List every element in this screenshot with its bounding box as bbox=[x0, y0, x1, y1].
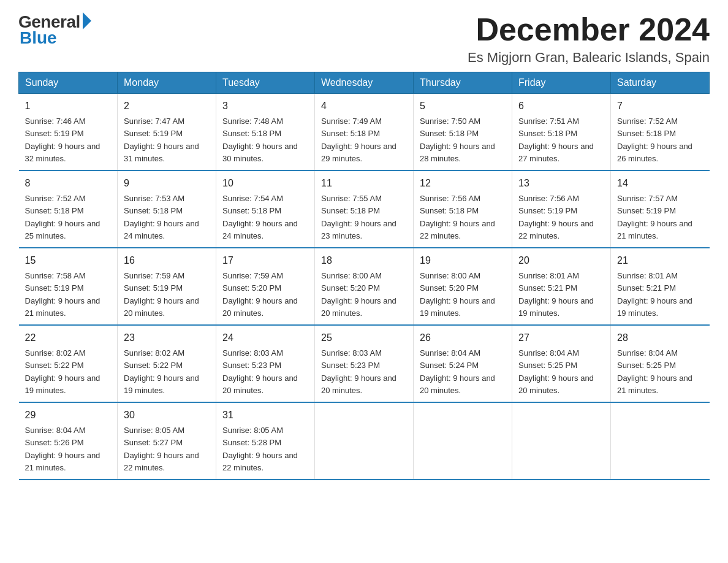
day-info: Sunrise: 8:00 AMSunset: 5:20 PMDaylight:… bbox=[420, 271, 495, 318]
table-row: 15 Sunrise: 7:58 AMSunset: 5:19 PMDaylig… bbox=[19, 248, 118, 325]
table-row: 21 Sunrise: 8:01 AMSunset: 5:21 PMDaylig… bbox=[611, 248, 710, 325]
day-info: Sunrise: 8:04 AMSunset: 5:25 PMDaylight:… bbox=[617, 348, 692, 395]
table-row: 17 Sunrise: 7:59 AMSunset: 5:20 PMDaylig… bbox=[216, 248, 315, 325]
day-info: Sunrise: 8:05 AMSunset: 5:27 PMDaylight:… bbox=[124, 426, 199, 472]
day-number: 15 bbox=[25, 253, 112, 268]
table-row bbox=[512, 402, 611, 480]
table-row: 18 Sunrise: 8:00 AMSunset: 5:20 PMDaylig… bbox=[315, 248, 414, 325]
table-row: 7 Sunrise: 7:52 AMSunset: 5:18 PMDayligh… bbox=[611, 94, 710, 171]
table-row: 8 Sunrise: 7:52 AMSunset: 5:18 PMDayligh… bbox=[19, 170, 118, 248]
table-row: 14 Sunrise: 7:57 AMSunset: 5:19 PMDaylig… bbox=[611, 170, 710, 248]
day-info: Sunrise: 7:54 AMSunset: 5:18 PMDaylight:… bbox=[222, 194, 298, 240]
title-area: December 2024 Es Migjorn Gran, Balearic … bbox=[468, 12, 710, 66]
table-row: 13 Sunrise: 7:56 AMSunset: 5:19 PMDaylig… bbox=[512, 170, 611, 248]
header-sunday: Sunday bbox=[19, 72, 118, 94]
day-info: Sunrise: 7:52 AMSunset: 5:18 PMDaylight:… bbox=[25, 194, 100, 240]
logo-triangle-icon bbox=[83, 12, 91, 29]
day-number: 9 bbox=[124, 176, 210, 191]
day-info: Sunrise: 8:02 AMSunset: 5:22 PMDaylight:… bbox=[124, 348, 199, 395]
day-info: Sunrise: 7:59 AMSunset: 5:19 PMDaylight:… bbox=[124, 271, 199, 318]
day-number: 14 bbox=[617, 176, 703, 191]
table-row: 27 Sunrise: 8:04 AMSunset: 5:25 PMDaylig… bbox=[512, 325, 611, 402]
calendar-table: Sunday Monday Tuesday Wednesday Thursday… bbox=[18, 72, 710, 480]
day-info: Sunrise: 7:56 AMSunset: 5:18 PMDaylight:… bbox=[420, 194, 495, 240]
table-row: 1 Sunrise: 7:46 AMSunset: 5:19 PMDayligh… bbox=[19, 94, 118, 171]
day-info: Sunrise: 8:00 AMSunset: 5:20 PMDaylight:… bbox=[321, 271, 396, 318]
day-info: Sunrise: 7:49 AMSunset: 5:18 PMDaylight:… bbox=[321, 117, 396, 163]
calendar-header-row: Sunday Monday Tuesday Wednesday Thursday… bbox=[19, 72, 710, 94]
table-row: 29 Sunrise: 8:04 AMSunset: 5:26 PMDaylig… bbox=[19, 402, 118, 480]
day-info: Sunrise: 8:02 AMSunset: 5:22 PMDaylight:… bbox=[25, 348, 100, 395]
header-tuesday: Tuesday bbox=[216, 72, 315, 94]
day-info: Sunrise: 7:53 AMSunset: 5:18 PMDaylight:… bbox=[124, 194, 199, 240]
table-row: 28 Sunrise: 8:04 AMSunset: 5:25 PMDaylig… bbox=[611, 325, 710, 402]
day-info: Sunrise: 7:50 AMSunset: 5:18 PMDaylight:… bbox=[420, 117, 495, 163]
day-info: Sunrise: 8:04 AMSunset: 5:25 PMDaylight:… bbox=[518, 348, 594, 395]
header-thursday: Thursday bbox=[414, 72, 512, 94]
day-number: 23 bbox=[124, 331, 210, 345]
header-wednesday: Wednesday bbox=[315, 72, 414, 94]
day-number: 11 bbox=[321, 176, 407, 191]
table-row: 23 Sunrise: 8:02 AMSunset: 5:22 PMDaylig… bbox=[118, 325, 216, 402]
day-number: 13 bbox=[518, 176, 604, 191]
day-info: Sunrise: 8:03 AMSunset: 5:23 PMDaylight:… bbox=[222, 348, 298, 395]
day-number: 31 bbox=[222, 408, 308, 423]
day-number: 20 bbox=[518, 253, 604, 268]
day-number: 25 bbox=[321, 331, 407, 345]
month-year-title: December 2024 bbox=[468, 12, 710, 47]
table-row: 5 Sunrise: 7:50 AMSunset: 5:18 PMDayligh… bbox=[414, 94, 512, 171]
header-friday: Friday bbox=[512, 72, 611, 94]
day-info: Sunrise: 7:48 AMSunset: 5:18 PMDaylight:… bbox=[222, 117, 298, 163]
day-info: Sunrise: 7:47 AMSunset: 5:19 PMDaylight:… bbox=[124, 117, 199, 163]
table-row: 6 Sunrise: 7:51 AMSunset: 5:18 PMDayligh… bbox=[512, 94, 611, 171]
table-row: 31 Sunrise: 8:05 AMSunset: 5:28 PMDaylig… bbox=[216, 402, 315, 480]
day-info: Sunrise: 7:59 AMSunset: 5:20 PMDaylight:… bbox=[222, 271, 298, 318]
table-row: 4 Sunrise: 7:49 AMSunset: 5:18 PMDayligh… bbox=[315, 94, 414, 171]
logo: General Blue bbox=[18, 12, 91, 48]
day-number: 21 bbox=[617, 253, 703, 268]
calendar-week-row: 8 Sunrise: 7:52 AMSunset: 5:18 PMDayligh… bbox=[19, 170, 710, 248]
day-number: 5 bbox=[420, 99, 506, 113]
day-info: Sunrise: 7:56 AMSunset: 5:19 PMDaylight:… bbox=[518, 194, 594, 240]
day-number: 28 bbox=[617, 331, 703, 345]
day-number: 17 bbox=[222, 253, 308, 268]
day-number: 3 bbox=[222, 99, 308, 113]
day-number: 6 bbox=[518, 99, 604, 113]
day-number: 8 bbox=[25, 176, 112, 191]
header: General Blue December 2024 Es Migjorn Gr… bbox=[18, 12, 710, 66]
table-row bbox=[315, 402, 414, 480]
day-info: Sunrise: 7:51 AMSunset: 5:18 PMDaylight:… bbox=[518, 117, 594, 163]
day-info: Sunrise: 8:01 AMSunset: 5:21 PMDaylight:… bbox=[518, 271, 594, 318]
day-info: Sunrise: 7:46 AMSunset: 5:19 PMDaylight:… bbox=[25, 117, 100, 163]
day-number: 29 bbox=[25, 408, 112, 423]
table-row: 26 Sunrise: 8:04 AMSunset: 5:24 PMDaylig… bbox=[414, 325, 512, 402]
table-row bbox=[611, 402, 710, 480]
day-number: 24 bbox=[222, 331, 308, 345]
day-number: 1 bbox=[25, 99, 112, 113]
calendar-week-row: 1 Sunrise: 7:46 AMSunset: 5:19 PMDayligh… bbox=[19, 94, 710, 171]
calendar-week-row: 22 Sunrise: 8:02 AMSunset: 5:22 PMDaylig… bbox=[19, 325, 710, 402]
location-subtitle: Es Migjorn Gran, Balearic Islands, Spain bbox=[468, 50, 710, 66]
day-number: 22 bbox=[25, 331, 112, 345]
table-row: 2 Sunrise: 7:47 AMSunset: 5:19 PMDayligh… bbox=[118, 94, 216, 171]
day-number: 7 bbox=[617, 99, 703, 113]
day-info: Sunrise: 7:52 AMSunset: 5:18 PMDaylight:… bbox=[617, 117, 692, 163]
day-number: 18 bbox=[321, 253, 407, 268]
table-row: 25 Sunrise: 8:03 AMSunset: 5:23 PMDaylig… bbox=[315, 325, 414, 402]
day-info: Sunrise: 8:04 AMSunset: 5:24 PMDaylight:… bbox=[420, 348, 495, 395]
day-info: Sunrise: 7:58 AMSunset: 5:19 PMDaylight:… bbox=[25, 271, 100, 318]
table-row: 16 Sunrise: 7:59 AMSunset: 5:19 PMDaylig… bbox=[118, 248, 216, 325]
table-row bbox=[414, 402, 512, 480]
day-info: Sunrise: 7:57 AMSunset: 5:19 PMDaylight:… bbox=[617, 194, 692, 240]
table-row: 11 Sunrise: 7:55 AMSunset: 5:18 PMDaylig… bbox=[315, 170, 414, 248]
day-info: Sunrise: 8:05 AMSunset: 5:28 PMDaylight:… bbox=[222, 426, 298, 472]
day-number: 16 bbox=[124, 253, 210, 268]
table-row: 12 Sunrise: 7:56 AMSunset: 5:18 PMDaylig… bbox=[414, 170, 512, 248]
day-info: Sunrise: 8:03 AMSunset: 5:23 PMDaylight:… bbox=[321, 348, 396, 395]
day-number: 2 bbox=[124, 99, 210, 113]
table-row: 20 Sunrise: 8:01 AMSunset: 5:21 PMDaylig… bbox=[512, 248, 611, 325]
header-monday: Monday bbox=[118, 72, 216, 94]
table-row: 30 Sunrise: 8:05 AMSunset: 5:27 PMDaylig… bbox=[118, 402, 216, 480]
table-row: 19 Sunrise: 8:00 AMSunset: 5:20 PMDaylig… bbox=[414, 248, 512, 325]
day-number: 10 bbox=[222, 176, 308, 191]
